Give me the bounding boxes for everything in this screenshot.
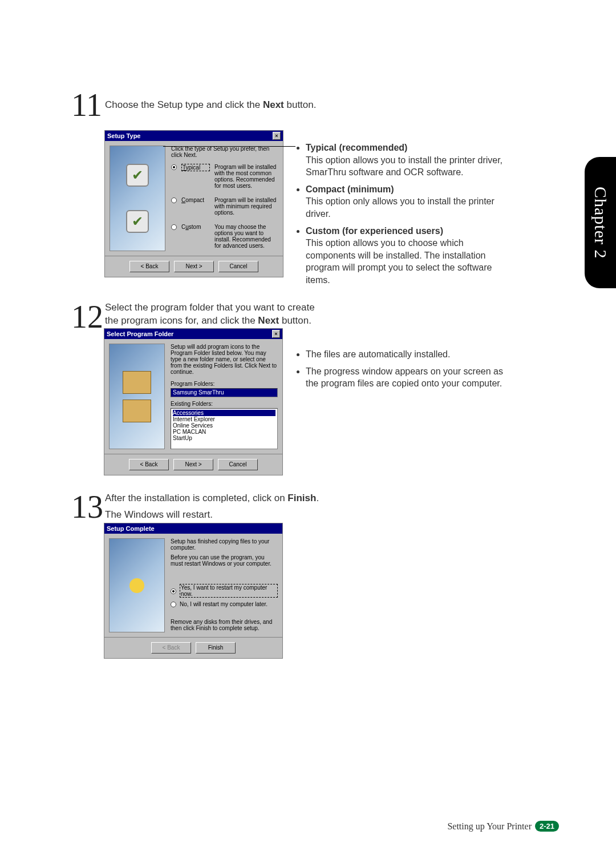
compact-desc: Program will be installed with minimum r… <box>214 197 278 216</box>
wizard-image: ✔ ✔ <box>110 146 165 251</box>
cancel-button[interactable]: Cancel <box>218 261 258 272</box>
setup-type-dialog: Setup Type × ✔ ✔ Click the type of Setup… <box>104 130 283 277</box>
select-program-folder-dialog: Select Program Folder × Setup will add p… <box>104 328 283 475</box>
step12-line2-bold: Next <box>258 315 279 326</box>
step11-explanation: Typical (recommended) This option allows… <box>295 142 512 291</box>
dialog3-button-row: < Back Finish <box>104 637 282 658</box>
restart-now-option[interactable]: Yes, I want to restart my computer now. <box>171 584 278 598</box>
step12-line1: Select the program folder that you want … <box>105 302 315 313</box>
close-icon[interactable]: × <box>272 330 280 338</box>
radio-selected-icon[interactable] <box>171 164 177 170</box>
step12-instruction: Select the program folder that you want … <box>105 301 504 328</box>
existing-folders-label: Existing Folders: <box>171 401 278 407</box>
compact-label: CompactCompact <box>181 197 210 203</box>
step-number-12: 12 <box>71 299 103 335</box>
list-item[interactable]: Internet Explorer <box>173 416 275 422</box>
program-folder-input[interactable]: Samsung SmarThru <box>171 388 278 397</box>
footer-section: Setting up Your Printer <box>447 821 532 832</box>
step13-line1-prefix: After the installation is completed, cli… <box>105 493 287 503</box>
back-button[interactable]: < Back <box>129 261 169 272</box>
custom-label: CustomCustom <box>181 224 210 230</box>
radio-icon[interactable] <box>171 602 176 607</box>
list-item[interactable]: Online Services <box>173 422 275 429</box>
finish-button[interactable]: Finish <box>196 642 236 654</box>
dialog2-title: Select Program Folder <box>107 329 173 339</box>
list-item[interactable]: PC MACLAN <box>173 429 275 435</box>
dialog3-title: Setup Complete <box>107 523 155 534</box>
back-button[interactable]: < Back <box>129 459 169 470</box>
radio-selected-icon[interactable] <box>171 588 176 594</box>
dialog1-titlebar: Setup Type × <box>105 131 283 141</box>
dialog1-instruction: Click the type of Setup you prefer, then… <box>171 146 278 158</box>
next-button[interactable]: Next > <box>174 261 214 272</box>
side1-item-typical: Typical (recommended) This option allows… <box>306 142 512 179</box>
step12-explanation: The files are automatically installed. T… <box>295 348 512 394</box>
folder-icon <box>123 400 151 422</box>
dialog2-titlebar: Select Program Folder × <box>104 329 282 339</box>
chapter-tab-label: Chapter 2 <box>591 187 610 259</box>
custom-option-row[interactable]: CustomCustom You may choose the options … <box>171 224 278 249</box>
checkmark-icon: ✔ <box>126 164 149 187</box>
custom-desc: You may choose the options you want to i… <box>214 224 278 249</box>
step11-text-bold: Next <box>263 99 284 110</box>
back-button-disabled: < Back <box>151 642 191 654</box>
step-number-13: 13 <box>71 489 103 525</box>
page-number-badge: 2-21 <box>535 821 559 832</box>
side1-desc-typical: This option allows you to install the pr… <box>306 155 502 178</box>
dialog3-line1: Setup has finished copying files to your… <box>171 538 278 551</box>
step13-line1-suffix: . <box>316 493 319 503</box>
radio-icon[interactable] <box>171 224 177 230</box>
step11-instruction: Choose the Setup type and click the Next… <box>105 99 504 112</box>
restart-now-label: Yes, I want to restart my computer now. <box>180 584 278 598</box>
list-item[interactable]: StartUp <box>173 435 275 441</box>
step12-line2-prefix: the program icons for, and click the <box>105 315 258 326</box>
close-icon[interactable]: × <box>273 132 281 140</box>
restart-later-label: No, I will restart my computer later. <box>180 601 268 607</box>
typical-desc: Program will be installed with the most … <box>214 164 278 189</box>
side1-title-compact: Compact (minimum) <box>306 184 394 194</box>
side1-title-custom: Custom (for experienced users) <box>306 226 443 236</box>
side1-title-typical: Typical (recommended) <box>306 143 407 152</box>
radio-icon[interactable] <box>171 197 177 203</box>
typical-label: TTypicalypical <box>181 164 210 171</box>
dialog3-titlebar: Setup Complete <box>104 523 282 534</box>
page-footer: Setting up Your Printer 2-21 <box>447 821 559 832</box>
list-item[interactable]: Accessories <box>173 410 275 416</box>
next-button[interactable]: Next > <box>173 459 213 470</box>
chapter-tab: Chapter 2 <box>585 157 616 288</box>
step13-instruction: After the installation is completed, cli… <box>105 492 504 522</box>
dialog2-button-row: < Back Next > Cancel <box>104 454 282 475</box>
side2-item-2: The progress window appears on your scre… <box>306 365 512 390</box>
typical-option-row[interactable]: TTypicalypical Program will be installed… <box>171 164 278 189</box>
dialog1-title: Setup Type <box>107 131 140 141</box>
existing-folders-listbox[interactable]: Accessories Internet Explorer Online Ser… <box>171 408 278 449</box>
step13-line2: The Windows will restart. <box>105 509 504 522</box>
wizard-image <box>109 344 165 449</box>
checkmark-icon: ✔ <box>126 210 149 233</box>
step-number-11: 11 <box>71 87 102 123</box>
compact-option-row[interactable]: CompactCompact Program will be installed… <box>171 197 278 216</box>
callout-leader-h <box>163 146 295 147</box>
dialog2-instruction: Setup will add program icons to the Prog… <box>171 344 278 375</box>
dialog1-right-panel: Click the type of Setup you prefer, then… <box>171 146 278 257</box>
folder-icon <box>123 371 151 394</box>
dialog1-button-row: < Back Next > Cancel <box>105 256 283 277</box>
side2-item-1: The files are automatically installed. <box>306 348 512 361</box>
side1-item-compact: Compact (minimum) This option only allow… <box>306 183 512 220</box>
program-folders-label: Program Folders: <box>171 381 278 387</box>
setup-complete-dialog: Setup Complete Setup has finished copyin… <box>104 523 283 659</box>
side1-desc-compact: This option only allows you to install t… <box>306 196 495 219</box>
restart-later-option[interactable]: No, I will restart my computer later. <box>171 601 278 607</box>
side1-desc-custom: This option allows you to choose which c… <box>306 238 492 285</box>
dialog2-right-panel: Setup will add program icons to the Prog… <box>171 344 278 449</box>
sun-icon <box>129 578 144 593</box>
dialog3-right-panel: Setup has finished copying files to your… <box>171 538 278 631</box>
step13-line1-bold: Finish <box>287 493 316 503</box>
cancel-button[interactable]: Cancel <box>218 459 258 470</box>
step12-line2-suffix: button. <box>279 315 311 326</box>
wizard-image <box>109 538 165 632</box>
step11-text-prefix: Choose the Setup type and click the <box>105 99 263 110</box>
dialog2-body: Setup will add program icons to the Prog… <box>104 339 282 454</box>
dialog1-body: ✔ ✔ Click the type of Setup you prefer, … <box>105 141 283 256</box>
dialog3-line2: Before you can use the program, you must… <box>171 554 278 567</box>
